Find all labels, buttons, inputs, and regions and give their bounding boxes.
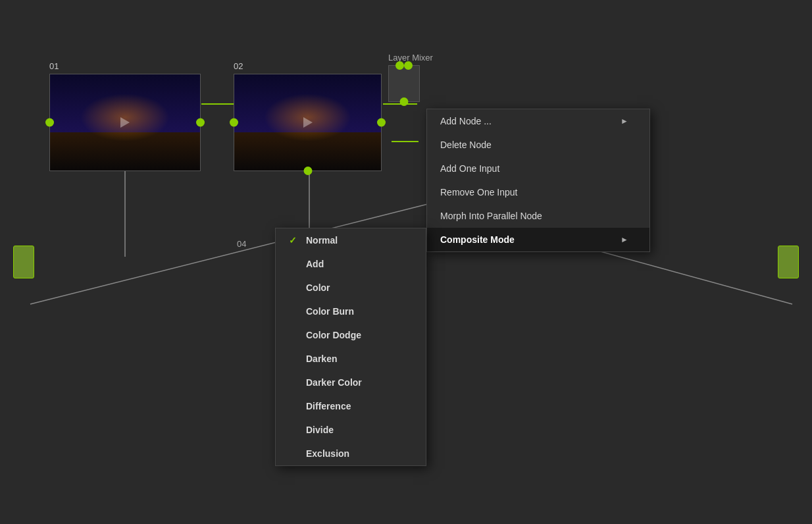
layer-mixer-connector-top-left[interactable]	[395, 61, 404, 70]
context-menu: Add Node ... ► Delete Node Add One Input…	[426, 109, 650, 252]
composite-submenu-item-color[interactable]: ✓ Color	[276, 276, 426, 300]
context-menu-item-remove-one-input[interactable]: Remove One Input	[427, 180, 649, 204]
check-mark-add: ✓	[289, 259, 299, 269]
node-01-label: 01	[49, 61, 59, 71]
check-mark-exclusion: ✓	[289, 448, 299, 459]
composite-mode-arrow-icon: ►	[621, 235, 628, 244]
check-mark-darken: ✓	[289, 354, 299, 364]
context-menu-item-add-node[interactable]: Add Node ... ►	[427, 109, 649, 133]
check-mark-difference: ✓	[289, 401, 299, 411]
node-01-connector-left[interactable]	[45, 118, 54, 127]
check-mark-color: ✓	[289, 282, 299, 293]
composite-submenu-item-exclusion[interactable]: ✓ Exclusion	[276, 442, 426, 465]
context-menu-item-add-one-input[interactable]: Add One Input	[427, 157, 649, 180]
node-01[interactable]: 01	[49, 61, 201, 171]
composite-submenu-item-normal[interactable]: ✓ Normal	[276, 228, 426, 252]
context-menu-item-composite-mode[interactable]: Composite Mode ► ✓ Normal ✓ Add ✓ Color …	[427, 228, 649, 251]
node-02-connector-left[interactable]	[230, 118, 238, 127]
node-02-label: 02	[234, 61, 243, 71]
composite-submenu-item-color-burn[interactable]: ✓ Color Burn	[276, 300, 426, 323]
node-02-arrow	[303, 117, 313, 128]
arrow-right-icon: ►	[621, 117, 628, 126]
layer-mixer-connector-bottom[interactable]	[400, 97, 409, 106]
composite-submenu-item-darker-color[interactable]: ✓ Darker Color	[276, 371, 426, 394]
composite-submenu: ✓ Normal ✓ Add ✓ Color ✓ Color Burn ✓	[275, 228, 426, 466]
check-mark-normal: ✓	[289, 235, 299, 246]
node-01-arrow	[120, 117, 130, 128]
node-04-label: 04	[237, 239, 246, 249]
composite-submenu-item-darken[interactable]: ✓ Darken	[276, 347, 426, 371]
composite-submenu-item-color-dodge[interactable]: ✓ Color Dodge	[276, 323, 426, 347]
check-mark-color-dodge: ✓	[289, 330, 299, 340]
node-01-box[interactable]	[49, 74, 201, 171]
node-01-connector-right[interactable]	[196, 118, 205, 127]
check-mark-divide: ✓	[289, 425, 299, 435]
layer-mixer-connector-top-right[interactable]	[404, 61, 413, 70]
node-02-box[interactable]	[234, 74, 382, 171]
layer-mixer-node[interactable]: Layer Mixer	[388, 53, 433, 102]
node-02-connector-right[interactable]	[377, 118, 386, 127]
node-canvas: 01 02	[0, 0, 812, 524]
layer-mixer-box[interactable]	[388, 65, 420, 102]
check-mark-color-burn: ✓	[289, 306, 299, 317]
side-node-left[interactable]	[13, 246, 34, 278]
layer-mixer-label: Layer Mixer	[388, 53, 433, 63]
context-menu-item-delete-node[interactable]: Delete Node	[427, 133, 649, 157]
context-menu-item-morph-parallel[interactable]: Morph Into Parallel Node	[427, 204, 649, 228]
composite-submenu-item-divide[interactable]: ✓ Divide	[276, 418, 426, 442]
check-mark-darker-color: ✓	[289, 377, 299, 388]
node-02-connector-bottom[interactable]	[303, 167, 312, 175]
composite-submenu-item-add[interactable]: ✓ Add	[276, 252, 426, 276]
composite-submenu-item-difference[interactable]: ✓ Difference	[276, 394, 426, 418]
node-02[interactable]: 02	[234, 61, 382, 171]
side-node-right[interactable]	[778, 246, 799, 278]
